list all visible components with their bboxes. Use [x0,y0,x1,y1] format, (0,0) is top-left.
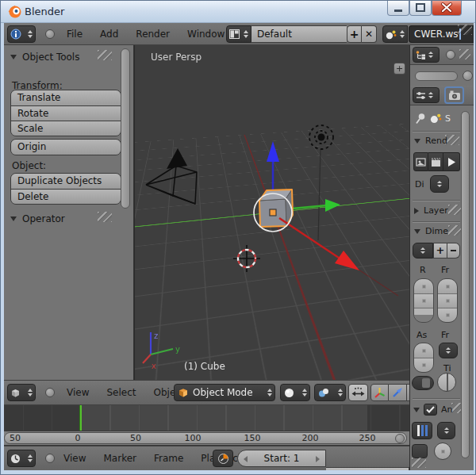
collapse-menus-button[interactable] [446,50,455,59]
operator-panel-header[interactable]: Operator [10,213,65,224]
properties-scrollbar[interactable] [461,111,470,458]
resolution-x-field[interactable] [414,279,433,293]
frame-rate-dropdown[interactable] [439,343,458,358]
remove-preset-button[interactable] [447,243,460,259]
editor-type-selector[interactable] [7,450,36,467]
origin-button[interactable]: Origin [11,140,121,155]
aspect-y-field[interactable] [414,358,433,372]
timeline-scrollbar[interactable]: 50 0 50 100 150 200 250 [4,431,409,446]
minimize-button[interactable] [387,1,409,16]
stepper-arrows[interactable] [428,52,433,58]
start-frame-field[interactable] [438,279,457,293]
titlebar[interactable]: Blender [1,1,476,23]
scene-breadcrumb-icon[interactable] [430,113,442,124]
render-still-button[interactable] [413,152,428,171]
screen-layout-selector[interactable] [226,25,251,43]
panel-drag-grip[interactable] [98,50,112,60]
scene-selector[interactable] [382,25,408,43]
maximize-button[interactable] [409,1,432,16]
resolution-y-field[interactable] [414,293,433,308]
menu-render[interactable]: Render [127,25,178,43]
increment-arrow[interactable] [316,456,320,462]
properties-region-expand-button[interactable]: + [393,63,405,75]
display-dropdown[interactable] [430,175,449,193]
collapse-menus-button[interactable] [45,29,55,39]
play-render-button[interactable] [443,152,460,171]
menu-add[interactable]: Add [91,25,127,43]
preview-range-toggle[interactable] [213,450,233,467]
manipulator-x-arrow[interactable] [279,218,398,296]
decrement-arrow[interactable] [244,456,248,462]
menu-marker[interactable]: Marker [94,450,144,467]
menu-view[interactable]: View [55,450,94,467]
resolution-percent-slider[interactable] [414,308,433,322]
scale-button[interactable]: Scale [11,121,121,136]
menu-select[interactable]: Select [98,384,144,401]
end-frame-field[interactable] [438,293,457,308]
lamp-object[interactable] [309,125,333,240]
time-remap-toggle[interactable] [412,376,434,390]
dimensions-panel-header[interactable]: Dime [414,226,448,236]
antialiasing-checkbox[interactable] [424,404,437,416]
manipulator-y-arrow[interactable] [292,199,340,212]
menu-frame[interactable]: Frame [145,450,192,467]
stepper-arrows[interactable] [28,454,33,462]
editor-type-selector[interactable] [7,384,36,401]
duplicate-objects-button[interactable]: Duplicate Objects [11,174,121,189]
collapse-menus-button[interactable] [45,454,55,463]
editor-type-selector[interactable] [413,87,440,103]
add-layout-button[interactable]: + [347,25,362,43]
aa-size-field[interactable] [434,442,451,460]
layers-panel-header[interactable]: Layer [414,205,448,216]
area-corner-grip[interactable] [459,49,470,59]
panel-drag-grip[interactable] [98,212,112,222]
menu-file[interactable]: File [58,25,91,43]
stepper-arrows[interactable] [244,30,248,38]
stepper-arrows[interactable] [400,30,405,38]
stepper-arrows[interactable] [28,30,33,38]
antialiasing-panel-header[interactable]: An [413,404,453,416]
camera-object[interactable] [146,148,197,204]
aa-toggle-button[interactable] [412,444,428,458]
mode-dropdown[interactable]: Object Mode [174,384,275,401]
stepper-arrows[interactable] [428,92,433,98]
manipulator-axes-button[interactable] [370,384,389,401]
current-frame-indicator[interactable] [79,405,82,431]
viewport-3d[interactable]: z y x User Persp (1) Cube + [134,45,409,380]
editor-type-selector[interactable] [7,25,36,43]
collapse-menus-button[interactable] [45,388,55,397]
area-corner-grip[interactable] [458,25,472,35]
manipulator-toggle-button[interactable] [348,384,368,401]
translate-button[interactable]: Translate [11,90,121,105]
aa-filter-dropdown[interactable] [437,422,455,439]
end-frame-field[interactable]: End: 250 [326,467,409,470]
screen-layout-name-field[interactable]: Default [251,25,347,43]
menu-view[interactable]: View [58,384,98,401]
outliner-v-scrollbar[interactable] [463,71,473,81]
translate-manipulator-button[interactable] [389,384,407,401]
render-animation-button[interactable] [428,152,443,171]
aspect-x-field[interactable] [414,343,433,358]
viewport-shading-dropdown[interactable] [280,384,310,401]
border-dial-button[interactable] [437,373,456,392]
frame-step-field[interactable] [438,308,457,322]
start-frame-field[interactable]: Start: 1 [237,450,326,467]
render-panel-header[interactable]: Rend [414,136,447,146]
timeline-track[interactable] [4,405,409,431]
stepper-arrows[interactable] [302,389,307,396]
stepper-arrows[interactable] [338,389,343,396]
delete-button[interactable]: Delete [11,189,121,204]
stepper-arrows[interactable] [28,389,33,396]
panel-resize-grip[interactable] [412,458,426,468]
outliner-h-scrollbar[interactable] [415,71,458,81]
outliner-body[interactable] [410,65,474,86]
stepper-arrows[interactable] [267,389,272,396]
pivot-point-dropdown[interactable] [314,384,346,401]
tool-shelf-scrollbar[interactable] [121,48,130,209]
scrollbar-end-dot[interactable] [395,434,405,443]
render-presets-dropdown[interactable] [413,243,433,259]
rotate-button[interactable]: Rotate [11,105,121,121]
editor-type-selector[interactable] [413,47,440,63]
close-button[interactable] [432,1,462,16]
delete-layout-button[interactable]: ✕ [362,25,377,43]
